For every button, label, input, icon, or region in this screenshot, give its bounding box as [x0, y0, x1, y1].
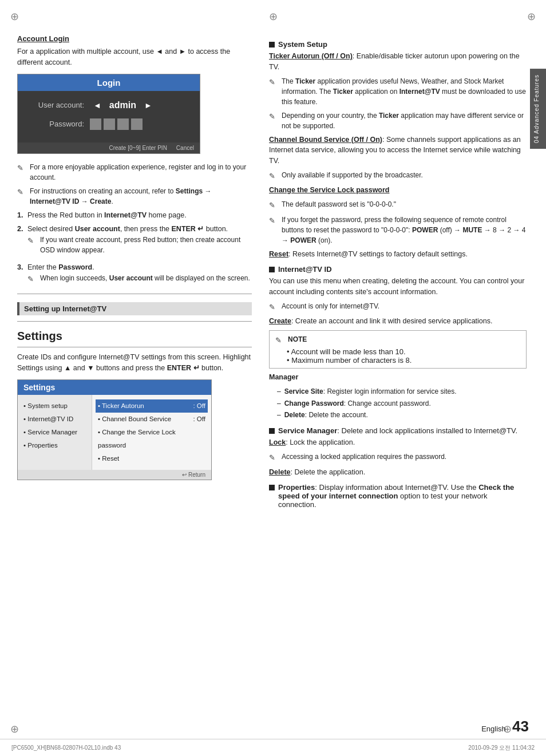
ticker-autorun-p: Ticker Autorun (Off / On): Enable/disabl… — [269, 51, 527, 73]
step-1-num: 1. — [17, 210, 27, 221]
properties-heading-row: Properties: Display information about In… — [269, 483, 527, 509]
ticker-note-1-text: The Ticker application provides useful N… — [282, 76, 527, 107]
note-pencil-icon-3: ✎ — [27, 235, 40, 255]
reset-p: Reset: Resets Internet@TV settings to fa… — [269, 249, 527, 260]
bottom-right-text: 2010-09-29 오전 11:04:32 — [468, 744, 535, 752]
step-1: 1. Press the Red button in Internet@TV h… — [17, 210, 252, 221]
login-password-row: Password: — [27, 118, 191, 130]
login-dialog: Login User account: ◄ admin ► Password: — [17, 74, 200, 154]
divider-2 — [17, 321, 252, 322]
step-3-note-text: When login succeeds, User account will b… — [40, 273, 252, 285]
system-setup-heading-row: System Setup — [269, 40, 527, 49]
settings-desc: Create IDs and configure Internet@TV set… — [17, 352, 252, 374]
internet-tv-id-note-text: Account is only for internet@TV. — [282, 301, 527, 313]
internet-tv-id-note: ✎ Account is only for internet@TV. — [269, 301, 527, 313]
settings-right-value-1: : Off — [193, 399, 205, 413]
settings-right-value-2: : Off — [193, 413, 205, 426]
note-pencil-icon-1: ✎ — [17, 162, 30, 183]
lock-app-note-text: Accessing a locked application requires … — [282, 452, 527, 464]
manager-item-2: Change Password: Change account password… — [277, 398, 527, 409]
ticker-note-icon-1: ✎ — [269, 76, 282, 107]
ticker-note-2-text: Depending on your country, the Ticker ap… — [282, 110, 527, 131]
settings-right-label-2: • Channel Bound Service — [98, 413, 171, 426]
account-note-2: ✎ For instructions on creating an accoun… — [17, 186, 252, 207]
settings-right-label-4: • Reset — [98, 452, 119, 465]
lock-note-icon-2: ✎ — [269, 215, 282, 246]
internet-tv-id-bullet — [269, 267, 275, 272]
system-setup-heading: System Setup — [278, 40, 327, 49]
settings-dialog-footer: ↩ Return — [18, 470, 211, 480]
divider-1 — [17, 294, 252, 294]
lock-note-2-text: If you forget the password, press the fo… — [282, 215, 527, 246]
settings-right-label-1: • Ticker Autorun — [98, 399, 144, 413]
account-login-desc: For a application with multiple account,… — [17, 46, 252, 68]
step-3-text: Enter the Password. — [27, 262, 94, 273]
change-lock-heading-p: Change the Service Lock password — [269, 185, 527, 196]
settings-dialog-title: Settings — [18, 380, 211, 395]
internet-tv-id-section: Internet@TV ID You can use this menu whe… — [269, 265, 527, 421]
account-note-1: ✎ For a more enjoyable application exper… — [17, 162, 252, 183]
lock-p: Lock: Lock the application. — [269, 437, 527, 448]
left-arrow-icon: ◄ — [90, 101, 105, 110]
settings-dialog-body: • System setup • Internet@TV ID • Servic… — [18, 395, 211, 470]
note-block-items: • Account will be made less than 10. • M… — [275, 347, 520, 365]
ticker-note-2: ✎ Depending on your country, the Ticker … — [269, 110, 527, 131]
internet-tv-id-heading: Internet@TV ID — [278, 265, 332, 274]
delete-p: Delete: Delete the application. — [269, 467, 527, 478]
pwd-dot-4 — [131, 118, 143, 130]
channel-bound-p: Channel Bound Service (Off / On): Some c… — [269, 134, 527, 167]
lock-note-icon-1: ✎ — [269, 199, 282, 211]
internet-tv-id-note-icon: ✎ — [269, 301, 282, 313]
settings-right-item-1: • Ticker Autorun : Off — [96, 399, 208, 413]
login-user-row: User account: ◄ admin ► — [27, 99, 191, 112]
channel-bound-note-icon: ✎ — [269, 170, 282, 182]
manager-item-3: Delete: Delete the account. — [277, 409, 527, 421]
note-block-icon: ✎ — [275, 334, 288, 346]
settings-right-item-4: • Reset — [98, 452, 205, 465]
bottom-left-text: [PC6500_XH]BN68-02807H-02L10.indb 43 — [11, 745, 121, 751]
properties-text: Properties: Display information about In… — [278, 483, 527, 509]
manager-item-1: Service Site: Register login information… — [277, 386, 527, 397]
note-pencil-icon-2: ✎ — [17, 186, 30, 207]
step-3-num: 3. — [17, 262, 27, 273]
channel-bound-note-text: Only available if supported by the broad… — [282, 170, 527, 182]
note-block-title-text: NOTE — [288, 334, 307, 346]
account-note-1-text: For a more enjoyable application experie… — [30, 162, 252, 183]
account-note-2-text: For instructions on creating an account,… — [30, 186, 252, 207]
internet-tv-id-desc: You can use this menu when creating, del… — [269, 276, 527, 298]
lock-note-1: ✎ The default password set is "0-0-0-0." — [269, 199, 527, 211]
step-1-text: Press the Red button in Internet@TV home… — [27, 210, 187, 221]
note-block-item-1: • Account will be made less than 10. — [287, 347, 520, 356]
settings-return-label: ↩ Return — [182, 472, 205, 478]
login-cancel-label: Cancel — [176, 145, 194, 151]
properties-bullet — [269, 485, 275, 490]
note-block: ✎ NOTE • Account will be made less than … — [269, 330, 527, 369]
right-column: System Setup Ticker Autorun (Off / On): … — [263, 34, 527, 511]
pwd-dot-3 — [117, 118, 129, 130]
page-number: English 43 — [481, 718, 529, 735]
create-p: Create: Create an account and link it wi… — [269, 316, 527, 327]
internet-tv-id-heading-row: Internet@TV ID — [269, 265, 527, 274]
settings-left-item-2: • Internet@TV ID — [23, 413, 86, 426]
corner-tl-icon: ⊕ — [10, 10, 19, 23]
setting-up-heading: Setting up Internet@TV — [17, 302, 252, 315]
settings-left-item-3: • Service Manager — [23, 426, 86, 439]
settings-left-panel: • System setup • Internet@TV ID • Servic… — [18, 395, 92, 470]
corner-bl-icon: ⊕ — [10, 723, 19, 735]
properties-section: Properties: Display information about In… — [269, 483, 527, 509]
service-manager-heading-row: Service Manager: Delete and lock applica… — [269, 426, 527, 435]
pwd-dot-2 — [104, 118, 115, 130]
right-arrow-icon: ► — [141, 101, 156, 110]
bottom-bar: [PC6500_XH]BN68-02807H-02L10.indb 43 201… — [0, 739, 546, 756]
settings-right-item-2: • Channel Bound Service : Off — [98, 413, 205, 426]
ticker-note-1: ✎ The Ticker application provides useful… — [269, 76, 527, 107]
service-manager-section: Service Manager: Delete and lock applica… — [269, 426, 527, 477]
lock-note-2: ✎ If you forget the password, press the … — [269, 215, 527, 246]
settings-left-item-1: • System setup — [23, 399, 86, 413]
lock-note-1-text: The default password set is "0-0-0-0." — [282, 199, 527, 211]
service-manager-bullet — [269, 428, 275, 434]
chapter-tab: 04 Advanced Features — [530, 69, 546, 149]
settings-big-heading: Settings — [17, 327, 252, 345]
system-setup-bullet — [269, 42, 275, 48]
step-2-note: ✎ If you want create account, press Red … — [17, 235, 252, 255]
